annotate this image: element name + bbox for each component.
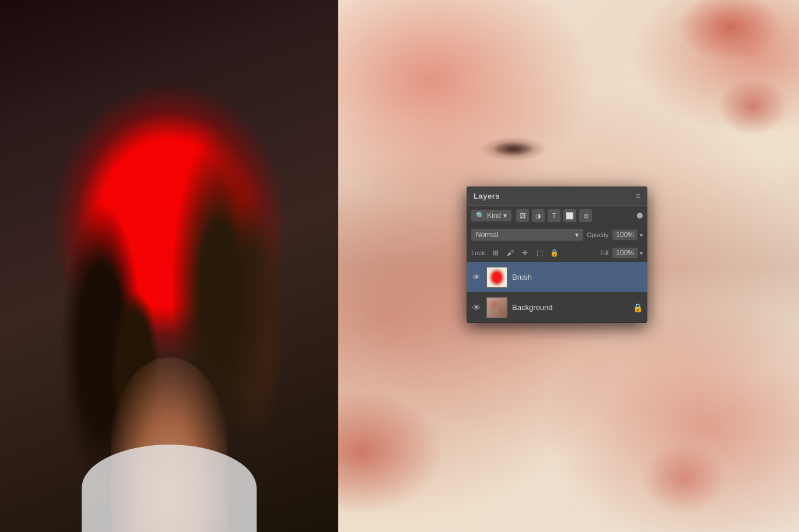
fill-control: Fill: 100% ▾ [600, 248, 643, 258]
lock-image-button[interactable]: 🖌 [504, 247, 516, 259]
layer-item-background[interactable]: 👁 Background 🔒 [467, 293, 647, 323]
lock-pixels-button[interactable]: ⊞ [490, 247, 502, 259]
background-thumbnail-image [487, 298, 507, 318]
lock-artboard-button[interactable]: ⬚ [534, 247, 545, 259]
filter-kind-label: Kind [487, 212, 501, 220]
blend-mode-chevron: ▾ [575, 231, 579, 239]
layer-visibility-background[interactable]: 👁 [471, 302, 482, 313]
layers-panel-title: Layers [474, 192, 500, 200]
blend-opacity-row: Normal ▾ Opacity: 100% ▾ [467, 226, 647, 244]
filter-toggle-circle[interactable] [637, 213, 643, 219]
filter-icons-group: 🖼 ◑ T ⬜ ⊞ [516, 209, 592, 222]
opacity-control: Opacity: 100% ▾ [587, 230, 643, 240]
lock-all-button[interactable]: 🔒 [548, 247, 560, 259]
lock-position-button[interactable]: ✛ [519, 247, 531, 259]
filter-type-icon[interactable]: T [548, 209, 560, 222]
layer-name-background: Background [512, 303, 628, 312]
filter-shape-icon[interactable]: ⬜ [563, 209, 576, 222]
fill-input[interactable]: 100% [612, 248, 637, 258]
blend-mode-dropdown[interactable]: Normal ▾ [471, 229, 583, 241]
lock-fill-row: Lock: ⊞ 🖌 ✛ ⬚ 🔒 Fill: 100% ▾ [467, 244, 647, 262]
layer-lock-icon: 🔒 [633, 303, 643, 312]
brush-thumbnail-image [487, 267, 507, 287]
layers-filter-row: 🔍 Kind ▾ 🖼 ◑ T ⬜ ⊞ [467, 206, 647, 226]
filter-smartobj-icon[interactable]: ⊞ [579, 209, 592, 222]
layers-panel: Layers ≡ 🔍 Kind ▾ 🖼 ◑ T ⬜ ⊞ Normal ▾ Opa… [467, 186, 647, 323]
opacity-input[interactable]: 100% [612, 230, 637, 240]
filter-kind-chevron: ▾ [503, 212, 507, 220]
opacity-chevron[interactable]: ▾ [640, 232, 643, 238]
opacity-label: Opacity: [587, 231, 610, 238]
filter-image-icon[interactable]: 🖼 [516, 209, 529, 222]
lock-label: Lock: [471, 249, 486, 256]
layer-visibility-brush[interactable]: 👁 [471, 272, 482, 283]
layer-thumbnail-background [486, 297, 507, 318]
fill-label: Fill: [600, 249, 610, 256]
blend-mode-value: Normal [476, 231, 499, 239]
layer-name-brush: Brush [512, 273, 643, 281]
filter-adjustment-icon[interactable]: ◑ [532, 209, 545, 222]
fill-chevron[interactable]: ▾ [640, 250, 643, 256]
layers-menu-icon[interactable]: ≡ [636, 191, 640, 200]
white-top [82, 445, 257, 532]
filter-kind-dropdown[interactable]: 🔍 Kind ▾ [471, 210, 511, 221]
left-photo-panel [0, 0, 338, 532]
layer-thumbnail-brush [486, 267, 507, 288]
search-icon: 🔍 [476, 212, 485, 220]
layers-panel-header: Layers ≡ [467, 186, 647, 206]
layer-item-brush[interactable]: 👁 Brush [467, 262, 647, 293]
photo-background [0, 0, 338, 532]
lock-icons-group: ⊞ 🖌 ✛ ⬚ 🔒 [490, 247, 560, 259]
